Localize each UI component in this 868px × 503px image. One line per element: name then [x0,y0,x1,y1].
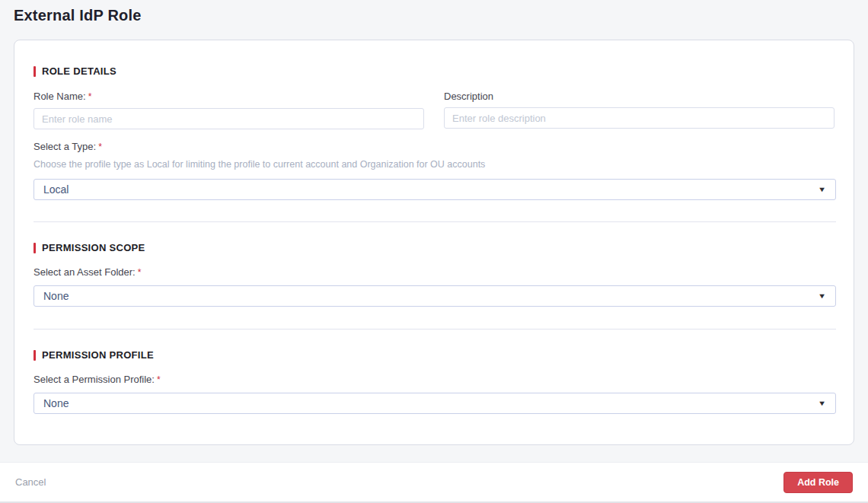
add-role-button[interactable]: Add Role [783,472,853,493]
accent-bar [34,66,36,77]
permission-profile-select-value: None [43,397,69,409]
section-heading-permission-scope: PERMISSION SCOPE [34,243,834,253]
required-asterisk: * [88,91,92,102]
required-asterisk: * [98,142,102,152]
section-heading-label: PERMISSION PROFILE [42,350,154,361]
form-footer: Cancel Add Role [0,462,868,503]
role-form-card: ROLE DETAILS Role Name:* Description Sel… [14,40,854,445]
asset-folder-label: Select an Asset Folder:* [34,266,834,279]
section-divider [34,221,836,222]
section-heading-role-details: ROLE DETAILS [34,66,834,77]
type-select-value: Local [43,183,69,196]
asset-folder-select-value: None [43,290,69,302]
required-asterisk: * [157,374,161,385]
chevron-down-icon: ▼ [818,400,826,407]
permission-profile-label: Select a Permission Profile:* [34,374,834,386]
section-divider [34,329,836,329]
accent-bar [34,243,36,253]
role-name-input[interactable] [34,108,424,129]
chevron-down-icon: ▼ [818,293,826,300]
accent-bar [34,350,36,361]
section-heading-label: ROLE DETAILS [42,66,116,77]
type-label: Select a Type:* [34,141,834,153]
page-title: External IdP Role [14,6,854,24]
external-idp-role-page: External IdP Role ROLE DETAILS Role Name… [0,0,868,503]
description-label: Description [444,91,834,102]
permission-profile-select[interactable]: None ▼ [34,393,836,414]
description-field-group: Description [444,91,834,129]
required-asterisk: * [138,267,142,278]
type-select[interactable]: Local ▼ [34,179,836,200]
chevron-down-icon: ▼ [818,186,826,193]
role-name-field-group: Role Name:* [34,91,424,129]
role-name-label: Role Name:* [34,91,424,103]
asset-folder-select[interactable]: None ▼ [34,285,836,307]
cancel-button[interactable]: Cancel [15,476,46,488]
section-heading-label: PERMISSION SCOPE [42,243,145,253]
section-heading-permission-profile: PERMISSION PROFILE [34,350,834,361]
role-name-description-row: Role Name:* Description [34,91,834,129]
description-input[interactable] [444,107,834,129]
type-helper-text: Choose the profile type as Local for lim… [34,159,834,170]
